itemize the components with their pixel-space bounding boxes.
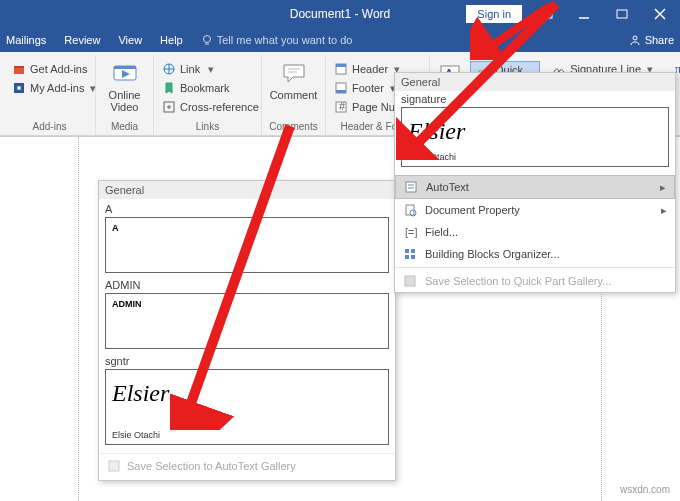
minimize-icon[interactable]: [570, 4, 598, 24]
bookmark-icon: [162, 81, 176, 95]
share-icon: [629, 34, 641, 46]
page-number-icon: #: [334, 100, 348, 114]
field-menu-item[interactable]: [=] Field...: [395, 221, 675, 243]
my-addins-label: My Add-ins: [30, 82, 84, 94]
footer-label: Footer: [352, 82, 384, 94]
svg-rect-42: [405, 276, 415, 286]
header-icon: [334, 62, 348, 76]
tell-me-search[interactable]: Tell me what you want to do: [201, 34, 353, 46]
tab-review[interactable]: Review: [64, 34, 100, 46]
footer-icon: [334, 81, 348, 95]
group-label-media: Media: [102, 119, 147, 135]
svg-rect-38: [405, 249, 409, 253]
tab-mailings[interactable]: Mailings: [6, 34, 46, 46]
store-icon: [12, 62, 26, 76]
my-addins-button[interactable]: My Add-ins ▾: [10, 80, 98, 96]
save-quickpart-menu-item: Save Selection to Quick Part Gallery...: [395, 270, 675, 292]
watermark: wsxdn.com: [620, 484, 670, 495]
ribbon-tabs: Mailings Review View Help Tell me what y…: [0, 28, 680, 52]
online-video-label: Online Video: [102, 89, 147, 113]
get-addins-label: Get Add-ins: [30, 63, 87, 75]
svg-line-49: [185, 126, 290, 420]
autotext-menu-item[interactable]: AutoText ▸: [395, 175, 675, 199]
get-addins-button[interactable]: Get Add-ins: [10, 61, 98, 77]
xref-icon: [162, 100, 176, 114]
lightbulb-icon: [201, 34, 213, 46]
save-icon: [107, 459, 121, 473]
link-button[interactable]: Link ▾: [160, 61, 261, 77]
annotation-arrow: [170, 120, 310, 430]
close-icon[interactable]: [646, 4, 674, 24]
gallery-item-content: ADMIN: [112, 299, 142, 309]
comment-label: Comment: [270, 89, 318, 101]
gallery-item-content: A: [112, 223, 119, 233]
bookmark-label: Bookmark: [180, 82, 230, 94]
svg-text:#: #: [339, 100, 346, 112]
svg-rect-15: [114, 66, 136, 69]
blocks-icon: [403, 247, 417, 261]
autotext-label: AutoText: [426, 181, 469, 193]
doc-property-label: Document Property: [425, 204, 520, 216]
video-icon: [111, 59, 139, 87]
titlebar: Document1 - Word Sign in: [0, 0, 680, 28]
field-label: Field...: [425, 226, 458, 238]
svg-rect-32: [406, 182, 416, 192]
menu-separator: [395, 267, 675, 268]
group-label-addins: Add-ins: [10, 119, 89, 135]
svg-point-8: [633, 36, 637, 40]
header-label: Header: [352, 63, 388, 75]
tab-view[interactable]: View: [118, 34, 142, 46]
share-button[interactable]: Share: [629, 34, 674, 46]
save-quickpart-label: Save Selection to Quick Part Gallery...: [425, 275, 611, 287]
docprop-icon: [403, 203, 417, 217]
chevron-down-icon: ▾: [208, 63, 214, 76]
doc-property-menu-item[interactable]: Document Property ▸: [395, 199, 675, 221]
tab-help[interactable]: Help: [160, 34, 183, 46]
svg-rect-43: [109, 461, 119, 471]
link-icon: [162, 62, 176, 76]
group-media: Online Video Media: [96, 55, 154, 135]
cross-reference-button[interactable]: Cross-reference: [160, 99, 261, 115]
svg-rect-41: [411, 255, 415, 259]
svg-rect-10: [14, 66, 24, 68]
svg-rect-39: [411, 249, 415, 253]
svg-line-47: [482, 6, 550, 52]
svg-rect-3: [617, 10, 627, 18]
save-autotext-menu-item: Save Selection to AutoText Gallery: [99, 453, 395, 478]
signature-sub: Elsie Otachi: [112, 430, 160, 440]
submenu-arrow-icon: ▸: [660, 181, 666, 194]
field-icon: [=]: [403, 225, 417, 239]
svg-point-6: [203, 36, 210, 43]
svg-rect-21: [336, 64, 346, 67]
group-addins: Get Add-ins My Add-ins ▾ Add-ins: [4, 55, 96, 135]
svg-text:[=]: [=]: [405, 226, 417, 238]
autotext-icon: [404, 180, 418, 194]
save-icon: [403, 274, 417, 288]
maximize-icon[interactable]: [608, 4, 636, 24]
bookmark-button[interactable]: Bookmark: [160, 80, 261, 96]
addins-icon: [12, 81, 26, 95]
online-video-button[interactable]: Online Video: [102, 59, 147, 113]
annotation-arrow: [470, 0, 560, 60]
svg-rect-40: [405, 255, 409, 259]
building-blocks-menu-item[interactable]: Building Blocks Organizer...: [395, 243, 675, 265]
window-title: Document1 - Word: [290, 7, 390, 21]
building-blocks-label: Building Blocks Organizer...: [425, 248, 560, 260]
comment-button[interactable]: Comment: [268, 59, 319, 101]
comment-icon: [280, 59, 308, 87]
share-label: Share: [645, 34, 674, 46]
svg-point-12: [17, 86, 21, 90]
tell-me-label: Tell me what you want to do: [217, 34, 353, 46]
submenu-arrow-icon: ▸: [661, 204, 667, 217]
svg-rect-23: [336, 90, 346, 93]
save-autotext-label: Save Selection to AutoText Gallery: [127, 460, 296, 472]
xref-label: Cross-reference: [180, 101, 259, 113]
link-label: Link: [180, 63, 200, 75]
